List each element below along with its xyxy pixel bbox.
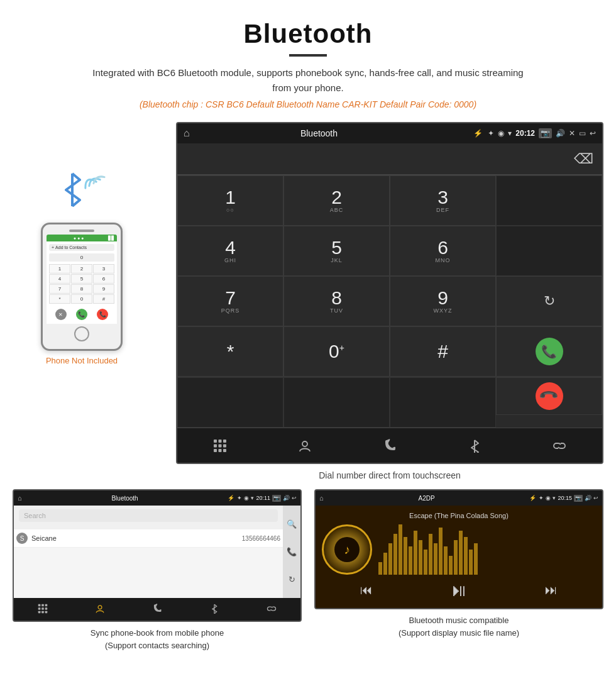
svg-rect-15 <box>38 607 40 610</box>
backspace-button[interactable]: ⌫ <box>574 151 593 167</box>
viz-bar <box>393 534 397 575</box>
phone-not-included-label: Phone Not Included <box>46 356 118 365</box>
dial-key-2[interactable]: 2 ABC <box>283 175 390 226</box>
pb-nav-contacts[interactable] <box>95 604 105 616</box>
nav-contacts[interactable] <box>286 432 324 460</box>
phonebook-bottom-nav <box>14 598 300 621</box>
svg-rect-8 <box>218 449 221 452</box>
svg-rect-2 <box>218 440 221 443</box>
contact-phone: 13566664466 <box>242 535 280 542</box>
sync-side-icon[interactable]: ↻ <box>289 575 295 584</box>
pb-back-icon: ↩ <box>292 495 297 501</box>
specs-line: (Bluetooth chip : CSR BC6 Default Blueto… <box>13 99 603 109</box>
dial-key-9[interactable]: 9 WXYZ <box>390 276 496 326</box>
phone-call-button[interactable]: 📞 <box>76 309 87 320</box>
pb-nav-dialpad[interactable] <box>38 604 48 616</box>
music-content: Escape (The Pina Colada Song) ♪ ⏮ ⏯ ⏭ <box>316 506 602 608</box>
phone-keypad: 1 2 3 4 5 6 7 8 9 * 0 # <box>49 264 114 304</box>
viz-bar <box>434 543 437 575</box>
svg-rect-13 <box>41 604 44 606</box>
device-screen-large: ⌂ Bluetooth ⚡ ✦ ◉ ▾ 20:12 📷 🔊 ✕ ▭ ↩ ⌫ <box>176 122 603 464</box>
dial-key-refresh[interactable]: ↻ <box>496 276 602 326</box>
music-visualizer <box>378 524 596 575</box>
viz-bar <box>444 546 448 575</box>
viz-bar <box>404 537 407 575</box>
viz-bar <box>454 540 458 575</box>
phone-side-icon[interactable]: 📞 <box>287 547 297 556</box>
dial-key-0[interactable]: 0+ <box>283 326 390 377</box>
viz-bar <box>378 562 382 575</box>
dial-key-4[interactable]: 4 GHI <box>177 226 283 276</box>
phone-speaker <box>69 230 94 232</box>
phonebook-caption: Sync phone-book from mobile phone(Suppor… <box>91 627 224 651</box>
ms-cam-icon: 📷 <box>574 495 583 502</box>
play-pause-button[interactable]: ⏯ <box>450 580 468 600</box>
viz-bar <box>414 531 417 575</box>
search-side-icon[interactable]: 🔍 <box>287 519 297 529</box>
minimize-status-icon: ▭ <box>579 129 586 138</box>
viz-bar <box>464 537 468 575</box>
ms-wifi-icon: ▾ <box>553 495 556 501</box>
nav-bluetooth[interactable] <box>456 432 493 460</box>
dial-key-star[interactable]: * <box>177 326 283 377</box>
status-time: 20:12 <box>515 129 535 138</box>
music-note-icon: ♪ <box>344 543 350 557</box>
song-title: Escape (The Pina Colada Song) <box>409 512 509 519</box>
pb-nav-link[interactable] <box>267 604 277 616</box>
prev-button[interactable]: ⏮ <box>360 583 373 597</box>
dial-key-3[interactable]: 3 DEF <box>390 175 496 226</box>
viz-bar <box>409 546 412 575</box>
pb-nav-bluetooth[interactable] <box>209 604 219 616</box>
phone-end-button[interactable]: 📞 <box>97 309 108 320</box>
next-button[interactable]: ⏭ <box>545 583 558 597</box>
call-button-red[interactable]: 📞 <box>536 382 563 410</box>
viz-bar <box>429 534 432 575</box>
dial-key-1[interactable]: 1 ○○ <box>177 175 283 226</box>
nav-dialpad[interactable] <box>201 432 239 460</box>
contact-name: Seicane <box>31 534 242 542</box>
svg-rect-6 <box>223 444 226 447</box>
wifi-status-icon: ▾ <box>508 129 512 138</box>
contact-row[interactable]: S Seicane 13566664466 <box>14 529 283 548</box>
left-side: ● ● ● ▊▊ + Add to Contacts 0 1 2 3 4 5 6… <box>13 122 151 489</box>
svg-rect-3 <box>223 440 226 443</box>
dial-key-6[interactable]: 6 MNO <box>390 226 496 276</box>
phone-screen: + Add to Contacts 0 1 2 3 4 5 6 7 8 9 * … <box>47 241 117 324</box>
music-caption: Bluetooth music compatible(Support displ… <box>399 614 519 639</box>
nav-link[interactable] <box>541 432 578 460</box>
dial-key-empty-1 <box>496 175 602 226</box>
ms-vol-icon: 🔊 <box>585 495 591 501</box>
dial-key-call-red[interactable]: 📞 <box>496 377 602 415</box>
phonebook-body: Search S Seicane 13566664466 🔍 📞 ↻ <box>14 506 300 598</box>
dial-key-8[interactable]: 8 TUV <box>283 276 390 326</box>
svg-rect-4 <box>214 444 217 447</box>
dial-key-hash[interactable]: # <box>390 326 496 377</box>
viz-bar <box>399 524 402 575</box>
dial-key-call-green[interactable]: 📞 <box>496 326 602 377</box>
svg-rect-5 <box>218 444 221 447</box>
phone-mockup: ● ● ● ▊▊ + Add to Contacts 0 1 2 3 4 5 6… <box>41 223 123 351</box>
dial-key-7[interactable]: 7 PQRS <box>177 276 283 326</box>
music-controls: ⏮ ⏯ ⏭ <box>322 575 596 602</box>
phonebook-screen: ⌂ Bluetooth ⚡ ✦ ◉ ▾ 20:11 📷 🔊 ↩ <box>13 489 302 622</box>
call-button-green[interactable]: 📞 <box>536 338 563 365</box>
svg-rect-16 <box>41 607 44 610</box>
pb-nav-phone[interactable] <box>152 604 162 616</box>
gps-status-icon: ◉ <box>498 129 504 138</box>
album-art: ♪ <box>322 524 372 575</box>
viz-bar <box>459 531 463 575</box>
search-bar[interactable]: Search <box>19 509 278 522</box>
svg-rect-1 <box>214 440 217 443</box>
dialpad-grid: 1 ○○ 2 ABC 3 DEF 4 GHI 5 <box>177 175 602 377</box>
phonebook-home-icon: ⌂ <box>18 494 22 502</box>
volume-status-icon: 🔊 <box>556 129 565 138</box>
camera-status-icon: 📷 <box>539 128 552 138</box>
svg-rect-17 <box>45 607 47 610</box>
svg-rect-19 <box>41 611 44 613</box>
dial-key-5[interactable]: 5 JKL <box>283 226 390 276</box>
music-usb-icon: ⚡ <box>529 495 536 501</box>
phone-home-button[interactable] <box>74 326 89 341</box>
dial-caption: Dial number direct from touchscreen <box>176 470 603 480</box>
viz-bar <box>474 543 478 575</box>
nav-phone[interactable] <box>371 432 409 460</box>
